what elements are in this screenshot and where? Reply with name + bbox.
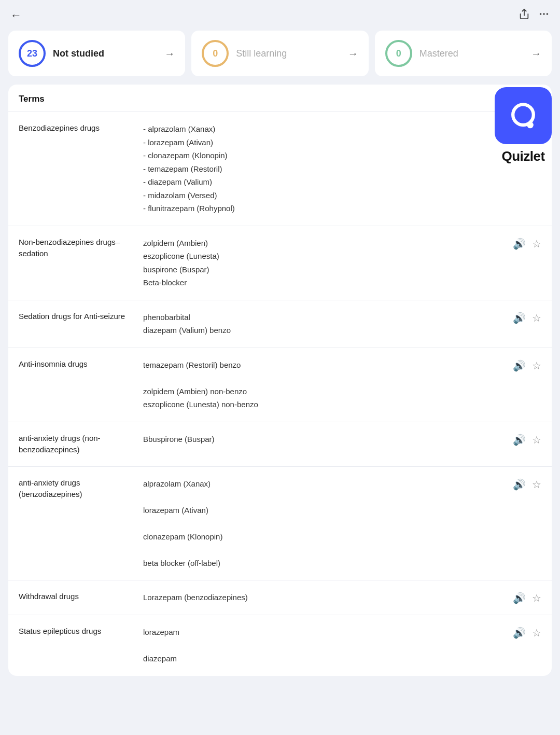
- star-button[interactable]: ☆: [532, 478, 541, 491]
- star-button[interactable]: ☆: [532, 434, 541, 446]
- term-name: Withdrawal drugs: [19, 591, 133, 603]
- still-learning-badge: 0: [202, 40, 229, 67]
- top-bar: ←: [0, 0, 560, 31]
- term-name: Anti-insomnia drugs: [19, 358, 133, 370]
- svg-point-2: [543, 13, 545, 15]
- svg-point-1: [540, 13, 542, 15]
- term-definition: lorazepam diazepam: [143, 626, 502, 665]
- mastered-arrow: →: [531, 48, 541, 60]
- star-button[interactable]: ☆: [532, 627, 541, 639]
- star-button[interactable]: ☆: [532, 592, 541, 604]
- back-button[interactable]: ←: [10, 9, 22, 22]
- status-cards: 23 Not studied → 0 Still learning → 0 Ma…: [0, 31, 560, 85]
- terms-section: Terms Benzodiazepines drugs - alprazolam…: [8, 85, 552, 676]
- share-button[interactable]: [519, 8, 530, 22]
- term-name: Sedation drugs for Anti-seizure: [19, 311, 133, 323]
- quizlet-wordmark: Quizlet: [501, 148, 544, 164]
- star-button[interactable]: ☆: [532, 359, 541, 372]
- terms-header: Terms: [8, 85, 552, 112]
- term-actions: 🔊 ☆: [513, 433, 541, 446]
- term-actions: 🔊 ☆: [513, 477, 541, 491]
- star-button[interactable]: ☆: [532, 312, 541, 324]
- not-studied-arrow: →: [164, 48, 175, 60]
- not-studied-card[interactable]: 23 Not studied →: [8, 31, 185, 76]
- audio-button[interactable]: 🔊: [513, 312, 526, 324]
- audio-button[interactable]: 🔊: [513, 434, 526, 446]
- audio-button[interactable]: 🔊: [513, 478, 526, 491]
- table-row: Sedation drugs for Anti-seizure phenobar…: [8, 300, 552, 348]
- still-learning-label: Still learning: [236, 48, 340, 59]
- table-row: Status epilepticus drugs lorazepam diaze…: [8, 615, 552, 676]
- term-name: Benzodiazepines drugs: [19, 122, 133, 134]
- term-actions: 🔊 ☆: [513, 237, 541, 250]
- audio-button[interactable]: 🔊: [513, 592, 526, 604]
- term-name: Non-benzodiazepines drugs–sedation: [19, 237, 133, 260]
- term-name: anti-anxiety drugs (benzodiazepines): [19, 477, 133, 501]
- term-definition: Lorazepam (benzodiazepines): [143, 591, 502, 604]
- more-button[interactable]: [538, 8, 550, 22]
- term-definition: zolpidem (Ambien) eszoplicone (Lunesta) …: [143, 237, 502, 289]
- table-row: anti-anxiety drugs (benzodiazepines) alp…: [8, 467, 552, 581]
- table-row: Non-benzodiazepines drugs–sedation zolpi…: [8, 226, 552, 300]
- audio-button[interactable]: 🔊: [513, 359, 526, 372]
- mastered-label: Mastered: [419, 48, 524, 59]
- term-definition: - alprazolam (Xanax) - lorazepam (Ativan…: [143, 122, 541, 215]
- term-definition: temazepam (Restoril) benzo zolpidem (Amb…: [143, 358, 502, 411]
- term-name: anti-anxiety drugs (non-benzodiazepines): [19, 433, 133, 456]
- term-name: Status epilepticus drugs: [19, 626, 133, 637]
- table-row: Anti-insomnia drugs temazepam (Restoril)…: [8, 348, 552, 422]
- star-button[interactable]: ☆: [532, 238, 541, 250]
- quizlet-logo: [495, 87, 552, 144]
- quizlet-logo-area: Quizlet: [495, 87, 552, 164]
- mastered-card[interactable]: 0 Mastered →: [375, 31, 552, 76]
- still-learning-arrow: →: [348, 48, 358, 60]
- still-learning-card[interactable]: 0 Still learning →: [191, 31, 368, 76]
- top-bar-left: ←: [10, 9, 22, 22]
- top-bar-right: [519, 8, 550, 22]
- table-row: Benzodiazepines drugs - alprazolam (Xana…: [8, 112, 552, 226]
- term-definition: phenobarbital diazepam (Valium) benzo: [143, 311, 502, 337]
- audio-button[interactable]: 🔊: [513, 627, 526, 639]
- table-row: Withdrawal drugs Lorazepam (benzodiazepi…: [8, 580, 552, 615]
- audio-button[interactable]: 🔊: [513, 238, 526, 250]
- not-studied-label: Not studied: [53, 48, 157, 59]
- term-actions: 🔊 ☆: [513, 358, 541, 372]
- svg-point-5: [527, 122, 534, 129]
- term-actions: 🔊 ☆: [513, 591, 541, 604]
- term-actions: 🔊 ☆: [513, 311, 541, 324]
- term-definition: alprazolam (Xanax) lorazepam (Ativan) cl…: [143, 477, 502, 570]
- not-studied-badge: 23: [19, 40, 46, 67]
- table-row: anti-anxiety drugs (non-benzodiazepines)…: [8, 422, 552, 467]
- term-definition: Bbuspirone (Buspar): [143, 433, 502, 446]
- term-actions: 🔊 ☆: [513, 626, 541, 639]
- mastered-badge: 0: [385, 40, 412, 67]
- terms-header-label: Terms: [19, 94, 45, 104]
- svg-point-3: [547, 13, 549, 15]
